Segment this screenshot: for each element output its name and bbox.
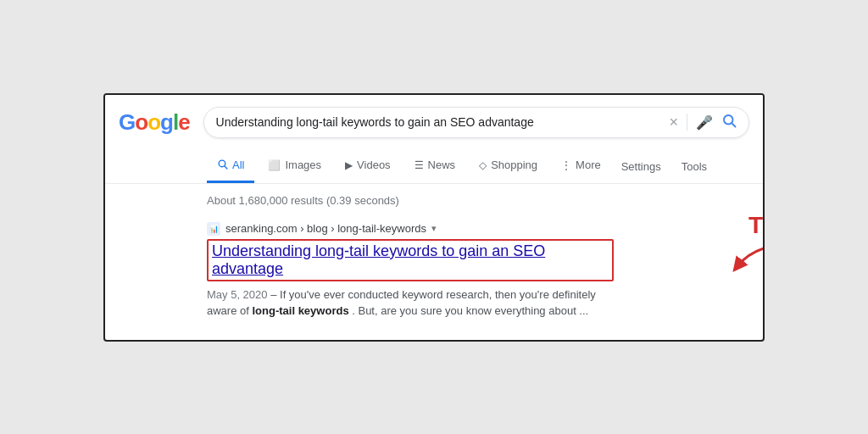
annotation-arrow <box>729 241 765 275</box>
tab-shopping[interactable]: ◇ Shopping <box>469 150 548 182</box>
all-tab-icon <box>217 159 228 172</box>
tab-all[interactable]: All <box>207 150 254 183</box>
svg-line-1 <box>732 123 735 126</box>
results-count: About 1,680,000 results (0.39 seconds) <box>207 194 661 207</box>
annotation-title-label: Title <box>748 214 765 237</box>
divider <box>687 114 687 131</box>
videos-tab-icon: ▶ <box>345 159 353 171</box>
site-breadcrumb: seranking.com › blog › long-tail-keyword… <box>225 222 426 235</box>
search-input[interactable] <box>216 115 663 129</box>
search-box[interactable]: × 🎤 <box>203 107 749 138</box>
tab-more-label: More <box>576 159 601 171</box>
news-tab-icon: ☰ <box>415 159 424 171</box>
annotation-area: Title <box>729 214 765 275</box>
result-site-line: 📊 seranking.com › blog › long-tail-keywo… <box>207 222 614 236</box>
tab-images[interactable]: ⬜ Images <box>258 150 331 182</box>
more-tab-icon: ⋮ <box>561 159 571 171</box>
search-bar-row: Google × 🎤 <box>105 95 763 150</box>
annotation-wrapper: 📊 seranking.com › blog › long-tail-keywo… <box>207 222 661 320</box>
tab-all-label: All <box>232 159 244 171</box>
clear-icon[interactable]: × <box>669 114 678 131</box>
tab-videos-label: Videos <box>357 159 391 171</box>
nav-tabs: All ⬜ Images ▶ Videos ☰ News ◇ Shopping … <box>105 150 763 184</box>
breadcrumb-dropdown-icon[interactable]: ▾ <box>431 223 437 234</box>
snippet-bold: long-tail keywords <box>252 304 348 317</box>
shopping-tab-icon: ◇ <box>479 159 487 171</box>
search-icon[interactable] <box>721 113 737 132</box>
result-date: May 5, 2020 <box>207 288 268 301</box>
site-favicon: 📊 <box>207 222 220 236</box>
tab-shopping-label: Shopping <box>491 159 537 171</box>
result-title-link[interactable]: Understanding long-tail keywords to gain… <box>207 239 614 281</box>
results-area: About 1,680,000 results (0.39 seconds) 📊… <box>105 184 763 340</box>
result-snippet: May 5, 2020 – If you've ever conducted k… <box>207 287 614 320</box>
tab-news-label: News <box>428 159 456 171</box>
images-tab-icon: ⬜ <box>268 159 281 171</box>
svg-line-3 <box>225 165 227 168</box>
mic-icon[interactable]: 🎤 <box>696 114 713 131</box>
snippet-after: . But, are you sure you know everything … <box>352 304 588 317</box>
browser-window: Google × 🎤 All <box>103 93 765 342</box>
nav-right: Settings Tools <box>618 152 710 181</box>
search-icons: × 🎤 <box>669 113 737 132</box>
tab-images-label: Images <box>285 159 321 171</box>
google-logo: Google <box>119 109 190 136</box>
result-item: 📊 seranking.com › blog › long-tail-keywo… <box>207 222 614 320</box>
tab-more[interactable]: ⋮ More <box>551 150 611 182</box>
tab-news[interactable]: ☰ News <box>404 150 466 182</box>
tab-videos[interactable]: ▶ Videos <box>335 150 401 182</box>
tools-link[interactable]: Tools <box>678 152 710 181</box>
settings-link[interactable]: Settings <box>618 152 665 181</box>
